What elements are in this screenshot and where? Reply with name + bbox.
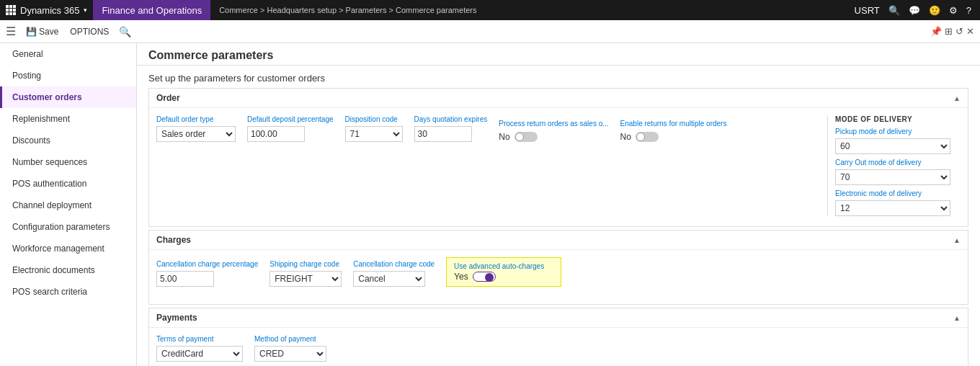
top-nav: Dynamics 365 ▾ Finance and Operations Co… [0, 0, 980, 20]
enable-returns-toggle-container: No [620, 132, 727, 142]
close-icon[interactable]: ✕ [966, 26, 974, 37]
charges-section: Charges ▲ Cancellation charge percentage… [148, 230, 968, 305]
main-layout: GeneralPostingCustomer ordersReplenishme… [0, 43, 980, 366]
save-icon: 💾 [26, 27, 37, 37]
days-quotation-group: Days quotation expires [414, 115, 488, 142]
default-order-type-select[interactable]: Sales order [156, 126, 236, 142]
content-header: Set up the parameters for customer order… [148, 66, 968, 88]
use-advanced-auto-charges-toggle[interactable] [473, 272, 496, 282]
enable-returns-label: Enable returns for multiple orders [620, 120, 727, 128]
enable-returns-toggle[interactable] [636, 132, 659, 142]
sidebar-item-electronic-documents[interactable]: Electronic documents [0, 259, 136, 281]
page-title: Commerce parameters [137, 43, 980, 66]
disposition-code-label: Disposition code [345, 115, 403, 123]
pickup-mode-label: Pickup mode of delivery [835, 128, 961, 135]
smiley-icon[interactable]: 🙂 [926, 5, 943, 16]
pickup-mode-group: Pickup mode of delivery 60 [835, 128, 961, 154]
cancellation-charge-code-select[interactable]: Cancel [353, 271, 425, 287]
module-name: Finance and Operations [93, 0, 210, 20]
sidebar-item-configuration-parameters[interactable]: Configuration parameters [0, 216, 136, 238]
sidebar-item-posting[interactable]: Posting [0, 65, 136, 86]
enable-returns-value: No [620, 132, 631, 142]
cancellation-charge-pct-label: Cancellation charge percentage [156, 260, 258, 268]
order-section-header[interactable]: Order ▲ [149, 89, 968, 108]
sidebar-item-general[interactable]: General [0, 43, 136, 65]
payments-section-header[interactable]: Payments ▲ [149, 308, 968, 328]
mode-of-delivery-title: MODE OF DELIVERY [835, 115, 961, 123]
pin-icon[interactable]: 📌 [930, 26, 942, 37]
toolbar: ☰ 💾 Save OPTIONS 🔍 📌 ⊞ ↺ ✕ [0, 20, 980, 43]
cancellation-charge-code-label: Cancellation charge code [353, 260, 435, 268]
nav-logo[interactable]: Dynamics 365 ▾ [0, 0, 93, 20]
electronic-mode-group: Electronic mode of delivery 12 [835, 189, 961, 216]
search-toolbar-icon[interactable]: 🔍 [119, 26, 131, 37]
process-return-value: No [499, 132, 509, 142]
use-advanced-auto-charges-value: Yes [454, 272, 468, 282]
charges-collapse-icon: ▲ [953, 236, 961, 244]
default-deposit-label: Default deposit percentage [247, 115, 334, 123]
user-label: USRT [852, 5, 883, 16]
sidebar-item-replenishment[interactable]: Replenishment [0, 108, 136, 130]
days-quotation-label: Days quotation expires [414, 115, 488, 123]
sidebar: GeneralPostingCustomer ordersReplenishme… [0, 43, 137, 366]
shipping-charge-code-group: Shipping charge code FREIGHT [270, 260, 342, 287]
use-advanced-auto-charges-toggle-container: Yes [454, 272, 553, 282]
sidebar-item-channel-deployment[interactable]: Channel deployment [0, 195, 136, 216]
process-return-group: Process return orders as sales o... No [499, 120, 608, 142]
chevron-down-icon: ▾ [84, 6, 87, 14]
cancellation-charge-pct-input[interactable] [156, 271, 214, 287]
help-icon[interactable]: ? [963, 5, 974, 16]
order-collapse-icon: ▲ [953, 94, 961, 102]
process-return-toggle[interactable] [514, 132, 538, 142]
grid-icon [6, 5, 16, 15]
method-of-payment-label: Method of payment [254, 335, 326, 343]
method-of-payment-select[interactable]: CRED [254, 346, 326, 362]
carry-out-mode-group: Carry Out mode of delivery 70 [835, 159, 961, 185]
settings-icon[interactable]: ⚙ [946, 5, 961, 16]
enable-returns-group: Enable returns for multiple orders No [620, 120, 727, 142]
order-fields: Default order type Sales order Default d… [156, 115, 827, 216]
charges-section-header[interactable]: Charges ▲ [149, 231, 968, 250]
payments-collapse-icon: ▲ [953, 314, 961, 322]
hamburger-icon[interactable]: ☰ [6, 24, 16, 38]
dynamics-label: Dynamics 365 [20, 5, 79, 16]
carry-out-mode-label: Carry Out mode of delivery [835, 159, 961, 166]
disposition-code-select[interactable]: 71 [345, 126, 403, 142]
page-with-title: Commerce parameters Set up the parameter… [137, 43, 980, 366]
electronic-mode-select[interactable]: 12 [835, 200, 950, 216]
days-quotation-input[interactable] [414, 126, 472, 142]
disposition-code-group: Disposition code 71 [345, 115, 403, 142]
default-order-type-label: Default order type [156, 115, 236, 123]
save-button[interactable]: 💾 Save [22, 24, 63, 39]
search-nav-icon[interactable]: 🔍 [886, 5, 903, 16]
content-inner: Set up the parameters for customer order… [137, 66, 980, 366]
terms-of-payment-select[interactable]: CreditCard [156, 346, 243, 362]
default-order-type-group: Default order type Sales order [156, 115, 236, 142]
chat-icon[interactable]: 💬 [906, 5, 923, 16]
payments-section: Payments ▲ Terms of payment CreditCard [148, 308, 968, 366]
windows-icon[interactable]: ⊞ [945, 26, 953, 37]
sidebar-item-number-sequences[interactable]: Number sequences [0, 151, 136, 173]
content-area: Set up the parameters for customer order… [137, 66, 980, 366]
sidebar-item-discounts[interactable]: Discounts [0, 130, 136, 151]
sidebar-item-pos-authentication[interactable]: POS authentication [0, 173, 136, 195]
default-deposit-group: Default deposit percentage [247, 115, 334, 142]
options-button[interactable]: OPTIONS [66, 24, 113, 39]
terms-of-payment-group: Terms of payment CreditCard [156, 335, 243, 362]
process-return-toggle-container: No [499, 132, 608, 142]
charges-section-body: Cancellation charge percentage Shipping … [149, 250, 968, 304]
pickup-mode-select[interactable]: 60 [835, 138, 950, 154]
default-deposit-input[interactable] [247, 126, 305, 142]
process-return-label: Process return orders as sales o... [499, 120, 608, 128]
shipping-charge-code-select[interactable]: FREIGHT [270, 271, 342, 287]
sidebar-item-workforce-management[interactable]: Workforce management [0, 238, 136, 259]
sidebar-item-pos-search-criteria[interactable]: POS search criteria [0, 281, 136, 303]
sidebar-item-customer-orders[interactable]: Customer orders [0, 86, 136, 108]
carry-out-mode-select[interactable]: 70 [835, 169, 950, 185]
use-advanced-auto-charges-box: Use advanced auto-charges Yes [446, 257, 561, 287]
payments-section-body: Terms of payment CreditCard Method of pa… [149, 328, 968, 366]
refresh-icon[interactable]: ↺ [956, 26, 963, 37]
order-section: Order ▲ Default order type [148, 88, 968, 227]
nav-right: USRT 🔍 💬 🙂 ⚙ ? [846, 5, 980, 16]
method-of-payment-group: Method of payment CRED [254, 335, 326, 362]
